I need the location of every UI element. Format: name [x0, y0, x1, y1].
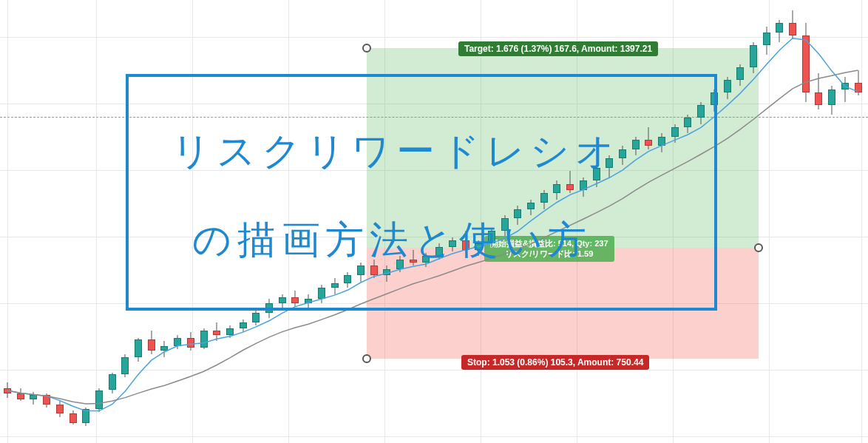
candle [43, 0, 50, 443]
candle [828, 0, 835, 443]
title-box [126, 74, 717, 311]
chart-area[interactable]: Target: 1.676 (1.37%) 167.6, Amount: 139… [0, 0, 868, 443]
candle [763, 0, 770, 443]
candle [736, 0, 744, 443]
candle [69, 0, 77, 443]
candle [30, 0, 37, 443]
candle [815, 0, 822, 443]
candle [841, 0, 849, 443]
title-line1: リスクリワードレシオ [172, 126, 620, 177]
candle [750, 0, 757, 443]
candle [789, 0, 796, 443]
candle [776, 0, 783, 443]
title-line2: の描画方法と使い方 [192, 214, 592, 266]
candle [802, 0, 810, 443]
candle [109, 0, 116, 443]
candle [82, 0, 89, 443]
candle [855, 0, 862, 443]
candle [724, 0, 731, 443]
candle [17, 0, 24, 443]
candle [4, 0, 11, 443]
candle [95, 0, 103, 443]
candle [56, 0, 64, 443]
